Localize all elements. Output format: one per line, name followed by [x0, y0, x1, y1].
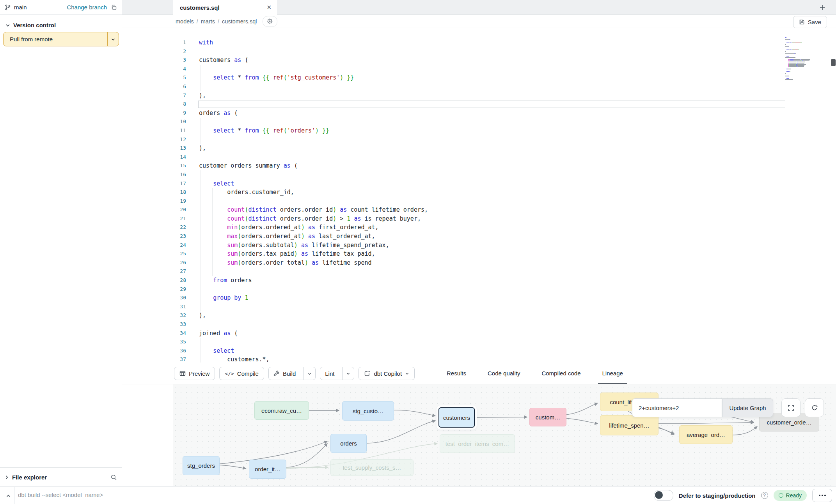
lint-button[interactable]: Lint: [320, 367, 339, 380]
change-branch-link[interactable]: Change branch: [67, 4, 107, 11]
pull-from-remote-button[interactable]: Pull from remote: [3, 32, 119, 46]
chevron-down-icon: [5, 23, 10, 28]
chevron-right-icon: [5, 475, 9, 479]
pull-from-remote-label: Pull from remote: [4, 36, 53, 42]
code-line: 24 sum(orders.subtotal) as lifetime_spen…: [122, 241, 836, 250]
panel-tabs: ResultsCode qualityCompiled codeLineage: [445, 363, 625, 384]
new-tab-button[interactable]: [817, 2, 827, 12]
chevron-down-icon: [111, 37, 115, 42]
tab-customers-sql[interactable]: customers.sql ✕: [173, 0, 277, 15]
update-graph-button[interactable]: Update Graph: [722, 398, 773, 417]
code-line: 33: [122, 320, 836, 329]
current-branch: main: [5, 4, 27, 11]
preview-label: Preview: [189, 370, 209, 377]
code-editor[interactable]: 1with23customers as (45 select * from {{…: [122, 28, 836, 363]
ready-dot-icon: [779, 493, 783, 498]
code-line: 22 min(orders.ordered_at) as first_order…: [122, 223, 836, 232]
sidebar: main Change branch Version control Pull …: [0, 0, 122, 486]
save-label: Save: [808, 19, 821, 25]
lineage-node-customers[interactable]: customers: [438, 407, 475, 428]
tab-code-quality[interactable]: Code quality: [486, 363, 522, 384]
code-line: 20 count(distinct orders.order_id) as co…: [122, 205, 836, 214]
code-line: 31: [122, 302, 836, 311]
lineage-node-customer-metrics[interactable]: custom…: [529, 408, 566, 426]
code-line: 2: [122, 47, 836, 56]
code-line: 11 select * from {{ ref('orders') }}: [122, 126, 836, 135]
breadcrumb-separator: /: [218, 18, 219, 25]
breadcrumb-part[interactable]: models: [176, 18, 194, 25]
build-button[interactable]: Build: [269, 367, 300, 380]
table-icon: [179, 370, 186, 377]
editor-minimap[interactable]: [785, 37, 816, 80]
code-line: 15customer_orders_summary as (: [122, 161, 836, 170]
branch-bar: main Change branch: [0, 0, 122, 15]
lineage-node-ecom-raw-customers[interactable]: ecom.raw_cu…: [254, 401, 309, 420]
code-line: 18 orders.customer_id,: [122, 188, 836, 197]
defer-label: Defer to staging/production: [679, 492, 756, 499]
code-line: 8: [122, 100, 836, 109]
code-line: 9orders as (: [122, 109, 836, 118]
lineage-node-order-items[interactable]: order_it…: [249, 460, 286, 479]
breadcrumb-bar: models/marts/customers.sql Save: [122, 15, 836, 28]
help-icon[interactable]: ?: [761, 492, 768, 499]
editor-toolbar: Preview </> Compile Build: [122, 363, 836, 384]
tab-lineage[interactable]: Lineage: [600, 363, 624, 384]
build-options-chevron[interactable]: [304, 367, 315, 380]
branch-name: main: [14, 4, 27, 11]
breadcrumb-part[interactable]: marts: [201, 18, 215, 25]
refresh-button[interactable]: [805, 398, 824, 417]
ready-label: Ready: [786, 492, 802, 499]
fullscreen-button[interactable]: [781, 398, 801, 417]
code-line: 12: [122, 135, 836, 144]
lineage-filter-input[interactable]: 2+customers+2: [632, 398, 722, 417]
preview-button[interactable]: Preview: [174, 367, 215, 380]
compile-button[interactable]: </> Compile: [219, 367, 264, 380]
lint-options-chevron[interactable]: [342, 367, 354, 380]
version-control-label: Version control: [13, 22, 56, 28]
code-line: 26 sum(orders.order_total) as lifetime_s…: [122, 258, 836, 267]
pull-options-chevron[interactable]: [107, 32, 119, 46]
plus-icon: [819, 4, 825, 11]
dbt-helm-icon[interactable]: [263, 16, 277, 27]
tab-compiled-code[interactable]: Compiled code: [540, 363, 582, 384]
tab-title: customers.sql: [180, 4, 220, 11]
code-line: 35: [122, 338, 836, 347]
close-icon[interactable]: ✕: [266, 4, 272, 11]
copy-icon[interactable]: [111, 4, 117, 11]
lineage-node-stg-orders[interactable]: stg_orders: [183, 456, 220, 475]
git-branch-icon: [5, 4, 11, 11]
expand-command-bar-button[interactable]: [4, 492, 12, 500]
code-line: 14: [122, 153, 836, 162]
breadcrumb-part[interactable]: customers.sql: [222, 18, 257, 25]
lineage-node-lifetime-spend[interactable]: lifetime_spen…: [600, 415, 659, 435]
editor-scrollbar-thumb[interactable]: [831, 59, 836, 66]
code-line: 36 select: [122, 347, 836, 355]
defer-toggle[interactable]: [654, 490, 673, 501]
lineage-node-test-supply-costs[interactable]: test_supply_costs_s…: [330, 459, 414, 476]
dbt-copilot-button[interactable]: dbt Copilot: [359, 367, 415, 380]
chevron-down-icon: [405, 371, 409, 376]
editor-tabstrip: customers.sql ✕: [122, 0, 836, 15]
version-control-header[interactable]: Version control: [0, 15, 122, 32]
code-line: 6: [122, 82, 836, 91]
more-options-button[interactable]: [812, 489, 832, 502]
lineage-node-test-order-items[interactable]: test_order_items_com…: [440, 434, 515, 453]
status-badge[interactable]: Ready: [774, 490, 807, 501]
code-line: 23 max(orders.ordered_at) as last_ordere…: [122, 232, 836, 241]
code-line: 1with: [122, 38, 836, 47]
status-bar: dbt build --select <model_name> Defer to…: [0, 486, 836, 504]
code-line: 37 customers.*,: [122, 355, 836, 363]
tab-results[interactable]: Results: [445, 363, 468, 384]
compile-label: Compile: [237, 370, 259, 377]
chevron-down-icon: [346, 371, 350, 376]
code-line: 16: [122, 170, 836, 179]
command-input[interactable]: dbt build --select <model_name>: [18, 492, 103, 498]
lineage-filter-value: 2+customers+2: [639, 405, 679, 411]
search-icon[interactable]: [110, 474, 117, 481]
lineage-node-orders[interactable]: orders: [330, 434, 367, 453]
file-explorer-header[interactable]: File explorer: [0, 467, 122, 486]
code-line: 21 count(distinct orders.order_id) > 1 a…: [122, 214, 836, 223]
lineage-node-average-order[interactable]: average_ord…: [679, 425, 733, 444]
lineage-node-stg-customers[interactable]: stg_custo…: [342, 401, 394, 421]
save-button[interactable]: Save: [793, 16, 827, 28]
